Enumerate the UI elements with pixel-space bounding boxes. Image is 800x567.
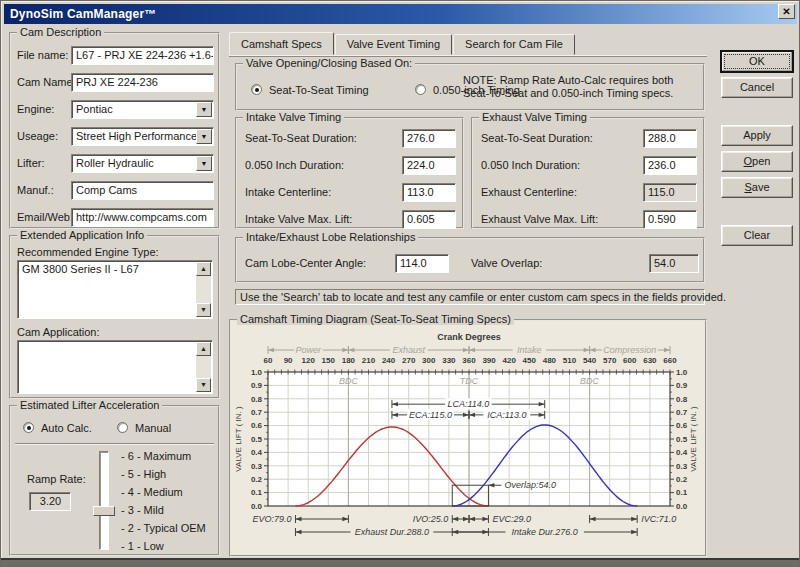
engine-label: Engine: [17, 103, 54, 115]
open-button[interactable]: Open [721, 151, 793, 172]
lifter-acceleration-group: Estimated Lifter Acceleration Auto Calc.… [9, 405, 220, 556]
svg-text:0.3: 0.3 [251, 462, 263, 471]
useage-label: Useage: [17, 130, 58, 142]
exhaust-050-duration-field[interactable]: 236.0 [643, 156, 697, 175]
scroll-up-icon[interactable]: ▲ [196, 342, 211, 356]
email-web-field[interactable]: http://www.compcams.com [71, 208, 214, 227]
ok-button[interactable]: OK [721, 51, 793, 72]
title-bar: DynoSim CamManager™ [4, 4, 797, 24]
file-name-label: File name: [17, 49, 68, 61]
chevron-down-icon[interactable]: ▼ [196, 129, 212, 144]
intake-050-duration-field[interactable]: 224.0 [402, 156, 456, 175]
ramp-rate-label: Ramp Rate: [27, 473, 86, 485]
scroll-up-icon[interactable]: ▲ [196, 262, 211, 276]
slider-label-low: - 1 - Low [121, 540, 164, 552]
tab-search-for-cam-file[interactable]: Search for Cam File [453, 34, 575, 55]
tab-camshaft-specs[interactable]: Camshaft Specs [229, 32, 334, 55]
exhaust-sts-duration-field[interactable]: 288.0 [643, 129, 697, 148]
save-button[interactable]: Save [721, 177, 793, 198]
manual-radio[interactable] [117, 422, 128, 433]
clear-button[interactable]: Clear [721, 225, 793, 246]
auto-calc-label: Auto Calc. [41, 422, 92, 434]
svg-text:0.5: 0.5 [251, 435, 263, 444]
svg-text:TDC: TDC [460, 376, 479, 386]
svg-text:540: 540 [583, 356, 597, 365]
svg-text:240: 240 [382, 356, 396, 365]
slider-label-typical-oem: - 2 - Typical OEM [121, 522, 206, 534]
engine-select[interactable]: Pontiac ▼ [71, 100, 214, 119]
scroll-down-icon[interactable]: ▼ [196, 378, 211, 392]
separator [15, 443, 214, 445]
exhaust-max-lift-label: Exhaust Valve Max. Lift: [481, 213, 598, 225]
svg-text:Intake: Intake [517, 345, 542, 355]
valve-overlap-field: 54.0 [649, 254, 699, 273]
svg-text:330: 330 [442, 356, 456, 365]
apply-button[interactable]: Apply [721, 125, 793, 146]
cancel-button[interactable]: Cancel [721, 77, 793, 98]
svg-text:360: 360 [462, 356, 476, 365]
valve-overlap-label: Valve Overlap: [471, 257, 542, 269]
050-inch-radio[interactable] [415, 84, 426, 95]
svg-text:0.9: 0.9 [251, 381, 263, 390]
cam-name-field[interactable]: PRJ XE 224-236 [71, 73, 214, 92]
svg-text:Intake Dur.276.0: Intake Dur.276.0 [512, 527, 578, 537]
ramp-rate-slider-thumb[interactable] [93, 506, 115, 516]
ramp-rate-value: 3.20 [29, 492, 71, 511]
lifter-value: Roller Hydraulic [76, 157, 154, 169]
useage-select[interactable]: Street High Performance ▼ [71, 127, 214, 146]
svg-text:0.2: 0.2 [251, 475, 263, 484]
recommended-engine-type-label: Recommended Engine Type: [17, 246, 159, 258]
file-name-field[interactable]: L67 - PRJ XE 224-236 +1.6-1. [71, 46, 214, 65]
chevron-down-icon[interactable]: ▼ [196, 102, 212, 117]
svg-text:BDC: BDC [339, 376, 359, 386]
intake-050-duration-label: 0.050 Inch Duration: [245, 159, 344, 171]
exhaust-050-duration-label: 0.050 Inch Duration: [481, 159, 580, 171]
valve-basis-title: Valve Opening/Closing Based On: [243, 57, 415, 69]
valve-basis-group: Valve Opening/Closing Based On: Seat-To-… [235, 63, 705, 111]
svg-text:90: 90 [284, 356, 293, 365]
intake-centerline-field[interactable]: 113.0 [402, 183, 456, 202]
svg-text:EVC:29.0: EVC:29.0 [492, 514, 531, 524]
cam-lobe-center-angle-field[interactable]: 114.0 [395, 254, 449, 273]
scrollbar[interactable]: ▲ ▼ [196, 262, 211, 317]
ramp-rate-slider-track[interactable] [99, 451, 109, 550]
tab-bar: Camshaft Specs Valve Event Timing Search… [229, 34, 576, 55]
extended-application-info-group: Extended Application Info Recommended En… [9, 235, 220, 399]
cam-application-label: Cam Application: [17, 326, 100, 338]
svg-text:0.1: 0.1 [676, 488, 688, 497]
svg-text:60: 60 [264, 356, 273, 365]
camshaft-timing-diagram: Camshaft Timing Diagram (Seat-To-Seat Ti… [229, 319, 707, 557]
svg-text:660: 660 [663, 356, 677, 365]
auto-calc-radio[interactable] [23, 422, 34, 433]
lifter-select[interactable]: Roller Hydraulic ▼ [71, 154, 214, 173]
svg-text:570: 570 [603, 356, 617, 365]
window-bottom-edge [1, 558, 799, 566]
intake-max-lift-label: Intake Valve Max. Lift: [245, 213, 352, 225]
cam-application-textarea[interactable]: ▲ ▼ [17, 340, 213, 394]
exhaust-max-lift-field[interactable]: 0.590 [643, 210, 697, 229]
lobe-title: Intake/Exhaust Lobe Relationships [243, 231, 418, 243]
seat-to-seat-label: Seat-To-Seat Timing [269, 84, 369, 96]
tab-strip-baseline [229, 55, 707, 57]
svg-text:0.5: 0.5 [676, 435, 688, 444]
tab-valve-event-timing[interactable]: Valve Event Timing [335, 34, 452, 55]
scrollbar[interactable]: ▲ ▼ [196, 342, 211, 392]
svg-text:0.7: 0.7 [676, 408, 688, 417]
seat-to-seat-radio[interactable] [251, 84, 262, 95]
chevron-down-icon[interactable]: ▼ [196, 156, 212, 171]
extended-info-title: Extended Application Info [17, 229, 147, 241]
manuf-field[interactable]: Comp Cams [71, 181, 214, 200]
intake-timing-title: Intake Valve Timing [243, 111, 344, 123]
intake-sts-duration-field[interactable]: 276.0 [402, 129, 456, 148]
recommended-engine-type-textarea[interactable]: GM 3800 Series II - L67 ▲ ▼ [17, 260, 213, 319]
exhaust-timing-title: Exhaust Valve Timing [479, 111, 590, 123]
svg-text:0.6: 0.6 [251, 421, 263, 430]
close-icon[interactable]: ✕ [778, 4, 795, 19]
svg-text:480: 480 [543, 356, 557, 365]
intake-max-lift-field[interactable]: 0.605 [402, 210, 456, 229]
svg-text:0.1: 0.1 [251, 488, 263, 497]
scroll-down-icon[interactable]: ▼ [196, 303, 211, 317]
cam-lobe-center-angle-label: Cam Lobe-Center Angle: [245, 257, 366, 269]
svg-text:390: 390 [482, 356, 496, 365]
lobe-relationships-group: Intake/Exhaust Lobe Relationships Cam Lo… [235, 237, 705, 283]
